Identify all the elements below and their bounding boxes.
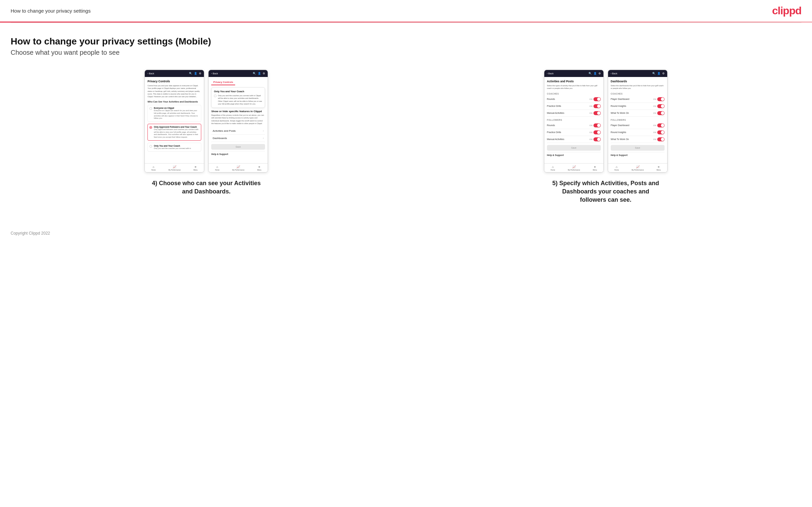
menu-icon-3: ≡	[594, 165, 596, 169]
bottom-nav-4: ⌂ Home 📈 My Performance ≡ Menu	[608, 163, 667, 172]
nav-activities-posts[interactable]: Activities and Posts ›	[211, 127, 265, 135]
toggle-followers-drills-switch[interactable]	[594, 130, 601, 134]
performance-label-1: My Performance	[168, 169, 181, 171]
option-coach-only-title: Only You and Your Coach	[154, 145, 191, 147]
on-label-d-f2: ON	[653, 131, 656, 133]
on-label-d-f3: ON	[653, 138, 656, 140]
toggle-followers-player-dashboard: Player Dashboard ON	[611, 122, 665, 129]
bottom-nav-home-1[interactable]: ⌂ Home	[151, 165, 155, 171]
option-approved-text: Only Approved Followers and Your Coach O…	[154, 126, 199, 139]
toggle-coaches-player-dashboard-switch[interactable]	[657, 97, 665, 101]
toggle-followers-drills: Practice Drills ON	[547, 129, 601, 136]
save-button-2[interactable]: Save	[211, 144, 265, 150]
bottom-nav-menu-2[interactable]: ≡ Menu	[257, 165, 261, 171]
nav-icons-2: 🔍 👤 ⚙	[253, 72, 265, 75]
toggle-coaches-manual-switch[interactable]	[594, 111, 601, 115]
nav-icons-4: 🔍 👤 ⚙	[652, 72, 665, 75]
settings-icon[interactable]: ⚙	[199, 72, 201, 75]
privacy-controls-tab[interactable]: Privacy Controls	[211, 79, 235, 85]
menu-label-4: Menu	[657, 169, 661, 171]
bottom-nav-menu-1[interactable]: ≡ Menu	[193, 165, 198, 171]
option-coach-only[interactable]: Only You and Your Coach Only you and the…	[147, 143, 201, 152]
profile-icon[interactable]: 👤	[194, 72, 197, 75]
chevron-left-icon: ‹	[147, 72, 148, 75]
toggle-followers-what-to-work: What To Work On ON	[611, 136, 665, 143]
privacy-controls-desc: Control how you and your data appears to…	[147, 84, 201, 98]
save-button-4[interactable]: Save	[611, 145, 665, 151]
search-icon-3[interactable]: 🔍	[589, 72, 592, 75]
popup-text: Only you and the coaches you connect wit…	[218, 94, 262, 105]
search-icon-4[interactable]: 🔍	[652, 72, 656, 75]
save-button-3[interactable]: Save	[547, 145, 601, 151]
bottom-nav-performance-4[interactable]: 📈 My Performance	[632, 165, 644, 171]
toggle-followers-manual-switch[interactable]	[594, 137, 601, 142]
profile-icon-3[interactable]: 👤	[594, 72, 597, 75]
on-label-d-c1: ON	[653, 98, 656, 100]
search-icon-2[interactable]: 🔍	[253, 72, 256, 75]
back-button-4[interactable]: ‹ Back	[611, 72, 617, 75]
mobile-screen-2: ‹ Back 🔍 👤 ⚙ Privacy Controls	[208, 70, 268, 173]
performance-icon-3: 📈	[572, 165, 576, 169]
bottom-nav-home-4[interactable]: ⌂ Home	[614, 165, 619, 171]
mobile-nav-1: ‹ Back 🔍 👤 ⚙	[145, 70, 204, 77]
player-dashboard-label-followers: Player Dashboard	[611, 124, 629, 126]
popup-radio	[214, 95, 216, 97]
bottom-nav-3: ⌂ Home 📈 My Performance ≡ Menu	[544, 163, 603, 172]
profile-icon-4[interactable]: 👤	[657, 72, 661, 75]
dashboards-title: Dashboards	[611, 79, 665, 83]
toggle-coaches-drills: Practice Drills ON	[547, 103, 601, 110]
popup-radio-row: Only you and the coaches you connect wit…	[214, 94, 262, 105]
toggle-coaches-what-to-work-switch[interactable]	[657, 111, 665, 115]
mobile-body-2: Privacy Controls Only You and Your Coach…	[209, 77, 268, 163]
manual-label-coaches: Manual Activities	[547, 112, 564, 114]
toggle-followers-round-insights-switch[interactable]	[657, 130, 665, 134]
settings-icon-3[interactable]: ⚙	[599, 72, 601, 75]
bottom-nav-performance-1[interactable]: 📈 My Performance	[168, 165, 181, 171]
settings-icon-2[interactable]: ⚙	[263, 72, 265, 75]
toggle-followers-what-to-work-switch[interactable]	[657, 137, 665, 142]
rounds-label-followers: Rounds	[547, 124, 555, 126]
option-approved[interactable]: Only Approved Followers and Your Coach O…	[147, 124, 201, 141]
bottom-nav-1: ⌂ Home 📈 My Performance ≡ Menu	[145, 163, 204, 172]
toggle-followers-player-dashboard-switch[interactable]	[657, 123, 665, 127]
copyright: Copyright Clippd 2022	[0, 224, 812, 242]
bottom-nav-performance-3[interactable]: 📈 My Performance	[568, 165, 580, 171]
show-hide-title: Show or hide specific features in Clippd	[211, 110, 265, 113]
toggle-coaches-drills-switch[interactable]	[594, 104, 601, 108]
player-dashboard-label-coaches: Player Dashboard	[611, 98, 629, 100]
toggle-followers-rounds-switch[interactable]	[594, 123, 601, 127]
chevron-left-icon-2: ‹	[211, 72, 212, 75]
settings-icon-4[interactable]: ⚙	[662, 72, 665, 75]
nav-icons-1: 🔍 👤 ⚙	[189, 72, 201, 75]
back-button-3[interactable]: ‹ Back	[547, 72, 554, 75]
bottom-nav-home-2[interactable]: ⌂ Home	[215, 165, 219, 171]
chevron-left-icon-4: ‹	[611, 72, 611, 75]
screenshots-row: ‹ Back 🔍 👤 ⚙ Privacy Controls Control ho…	[11, 70, 801, 205]
bottom-nav-menu-4[interactable]: ≡ Menu	[657, 165, 661, 171]
option-everyone[interactable]: Everyone on Clippd Everyone on Clippd ca…	[147, 105, 201, 122]
arrow-icon-2: ›	[263, 137, 264, 140]
bottom-nav-performance-2[interactable]: 📈 My Performance	[232, 165, 244, 171]
nav-dashboards[interactable]: Dashboards ›	[211, 135, 265, 142]
bottom-nav-menu-3[interactable]: ≡ Menu	[593, 165, 597, 171]
help-support-4: Help & Support	[611, 152, 665, 157]
toggle-coaches-manual: Manual Activities ON	[547, 110, 601, 117]
drills-label-followers: Practice Drills	[547, 131, 561, 133]
toggle-coaches-rounds-switch[interactable]	[594, 97, 601, 101]
toggle-coaches-round-insights: Round Insights ON	[611, 103, 665, 110]
toggle-followers-manual: Manual Activities ON	[547, 136, 601, 143]
bottom-nav-home-3[interactable]: ⌂ Home	[551, 165, 555, 171]
mobile-body-3: Activities and Posts Select the types of…	[544, 77, 603, 163]
back-button-2[interactable]: ‹ Back	[211, 72, 218, 75]
activities-posts-desc: Select the types of activity that you'd …	[547, 84, 601, 90]
performance-label-3: My Performance	[568, 169, 580, 171]
drills-label-coaches: Practice Drills	[547, 105, 561, 107]
screenshot-group-left: ‹ Back 🔍 👤 ⚙ Privacy Controls Control ho…	[11, 70, 402, 196]
back-button-1[interactable]: ‹ Back	[147, 72, 154, 75]
toggle-coaches-round-insights-switch[interactable]	[657, 104, 665, 108]
home-label-4: Home	[614, 169, 619, 171]
profile-icon-2[interactable]: 👤	[258, 72, 261, 75]
search-icon[interactable]: 🔍	[189, 72, 192, 75]
toggle-followers-round-insights: Round Insights ON	[611, 129, 665, 136]
coaches-label-4: COACHES	[611, 93, 665, 95]
